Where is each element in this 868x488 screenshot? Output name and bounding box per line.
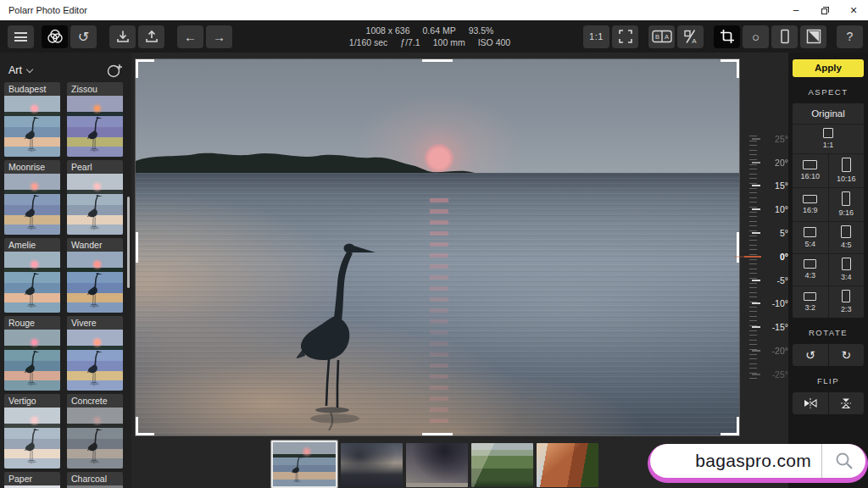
preset-thumbnail [4,96,60,157]
aspect-4-3[interactable]: 4:3 [793,254,828,286]
portrait-rect-icon [777,29,793,44]
flip-horizontal-button[interactable] [793,392,828,414]
aspect-original[interactable]: Original [793,103,864,124]
aspect-2-3[interactable]: 2:3 [829,286,865,318]
aspect-10-16[interactable]: 10:16 [829,154,865,187]
apply-button[interactable]: Apply [793,59,864,77]
preset-amelie[interactable]: Amelie [4,238,60,313]
crop-handle-right[interactable] [737,232,739,263]
one-to-one-label: 1:1 [589,31,604,42]
export-button[interactable] [138,25,164,48]
add-filter-icon [106,62,125,79]
preset-vertigo[interactable]: Vertigo [4,394,60,469]
presets-scrollbar[interactable] [127,197,130,288]
preset-wander[interactable]: Wander [67,238,123,313]
rotate-ccw-button[interactable]: ↺ [793,344,828,366]
ruler-tick: 5° [744,221,788,245]
preset-concrete[interactable]: Concrete [67,394,123,469]
create-filter-button[interactable] [104,60,126,80]
heron-silhouette [297,240,377,430]
filters-button[interactable] [42,25,68,48]
preset-rouge[interactable]: Rouge [4,316,60,391]
filmstrip [271,441,598,488]
split-compare-button[interactable]: A [677,25,704,48]
crop-handle-bottom-right[interactable] [721,417,739,435]
filmstrip-thumb-red-rock-cliffs[interactable] [537,443,598,487]
aspect-4-5[interactable]: 4:5 [829,222,865,253]
crop-icon [720,29,735,44]
aspect-5-4[interactable]: 5:4 [793,222,828,253]
zoom-percent: 93.5% [469,25,494,36]
aspect-ratio-icon [842,158,851,172]
preset-zissou[interactable]: Zissou [67,82,123,157]
preset-pearl[interactable]: Pearl [67,160,123,235]
zoom-1-1-button[interactable]: 1:1 [583,25,609,48]
filmstrip-thumb-green-mountains[interactable] [471,443,533,487]
crop-handle-bottom-left[interactable] [136,417,154,435]
undo-button[interactable]: ← [177,25,203,48]
aspect-3-2[interactable]: 3:2 [793,286,828,318]
preset-moonrise[interactable]: Moonrise [4,160,60,235]
preset-thumbnail [67,408,123,469]
watermark-badge: bagaspro.com [648,444,868,483]
preset-thumbnail [4,408,60,469]
svg-text:A: A [664,33,668,41]
rotate-cw-button[interactable]: ↻ [829,344,865,366]
redo-button[interactable]: → [206,25,232,48]
aspect-ratio-icon [804,292,816,301]
rotation-ruler[interactable]: 25° 20° 15° 10° 5° 0° -5° -10° -15° -20°… [744,127,788,386]
aspect-3-4[interactable]: 3:4 [829,254,865,286]
aspect-ratio-icon [804,259,816,269]
preset-paper[interactable]: Paper [4,472,60,488]
filter-circles-icon [47,28,64,45]
diagonal-mask-button[interactable] [800,25,826,48]
preset-budapest[interactable]: Budapest [4,82,60,157]
compare-view-button[interactable]: B A [648,25,675,48]
aspect-ratio-icon [842,258,851,270]
flip-horizontal-icon [802,397,819,409]
shutter-speed: 1/160 sec [349,37,388,47]
aspect-9-16[interactable]: 9:16 [829,188,865,221]
aspect-16-10[interactable]: 16:10 [793,154,828,187]
radial-mask-button[interactable]: ○ [743,25,769,48]
crop-panel: Apply ASPECT Original 1:1 16:10 10:16 16… [788,53,868,488]
crop-handle-top-right[interactable] [721,59,739,78]
preset-charcoal[interactable]: Charcoal [67,472,123,488]
aspect-16-9[interactable]: 16:9 [793,188,828,221]
gradient-mask-button[interactable] [771,25,798,48]
crop-handle-left[interactable] [136,232,138,263]
ruler-tick: -20° [744,339,788,363]
circle-icon: ○ [752,30,760,44]
preset-thumbnail [67,252,123,313]
menu-button[interactable] [8,25,34,48]
filmstrip-thumb-storm-clouds[interactable] [406,443,468,487]
crop-tool-button[interactable] [714,25,740,48]
toolbar: ↺ ← → 1008 x 636 [0,20,868,53]
help-button[interactable]: ? [837,25,863,48]
minimize-button[interactable]: – [782,0,810,20]
preset-vivere[interactable]: Vivere [67,316,123,391]
crop-handle-top-left[interactable] [136,59,154,78]
crop-handle-bottom[interactable] [422,433,453,435]
history-button[interactable]: ↺ [70,25,97,48]
crop-handle-top[interactable] [422,59,453,62]
flip-vertical-button[interactable] [829,392,865,414]
aspect-section-header: ASPECT [793,87,864,97]
preset-category-dropdown[interactable]: Art [8,64,22,76]
title-bar: Polarr Photo Editor – × [0,0,868,20]
presets-panel: Art Budapest Zissou Moonrise [0,53,131,488]
svg-text:A: A [692,37,697,45]
flip-vertical-icon [839,396,853,410]
close-button[interactable]: × [839,0,868,20]
filmstrip-thumb-sunset-clouds[interactable] [341,443,403,487]
fit-screen-button[interactable] [612,25,638,48]
aspect-1-1[interactable]: 1:1 [793,125,864,153]
restore-icon [821,7,829,14]
photo-canvas[interactable] [136,59,739,435]
thumb-image [273,442,336,486]
filmstrip-thumb-heron-sunset[interactable] [271,441,337,488]
restore-button[interactable] [810,0,839,20]
aspect-ratio-icon [823,128,833,138]
import-button[interactable] [109,25,136,48]
before-after-icon: B A [652,30,672,43]
